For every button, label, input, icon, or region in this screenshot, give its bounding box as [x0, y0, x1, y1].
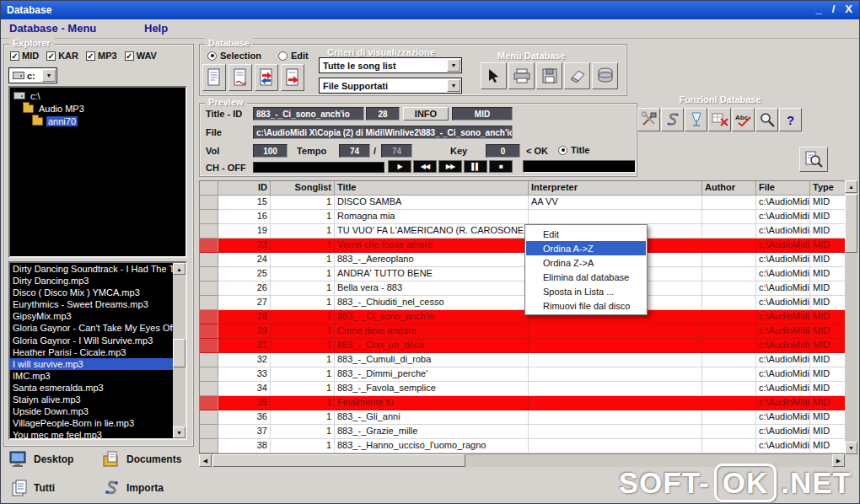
- table-row[interactable]: 311883_-_Con_un_decac:\AudioMidiMID: [200, 339, 846, 353]
- doc-action-button-2[interactable]: [228, 64, 252, 91]
- column-header-interp[interactable]: Interpreter: [529, 181, 702, 196]
- list-item[interactable]: Dirty Dancing.mp3: [10, 275, 173, 287]
- doc-action-button-1[interactable]: [202, 64, 226, 91]
- list-item[interactable]: Gloria Gaynor - Can't Take My Eyes Off O: [10, 322, 173, 334]
- list-item[interactable]: IMC.mp3: [10, 370, 173, 382]
- desktop-button[interactable]: Desktop: [8, 450, 73, 469]
- import-tool-button[interactable]: [661, 108, 684, 131]
- table-row[interactable]: 341883_-_Favola_semplicec:\AudioMidiMID: [200, 382, 846, 396]
- print-button[interactable]: [508, 62, 535, 89]
- column-header-author[interactable]: Author: [702, 181, 756, 196]
- clean-button[interactable]: [685, 108, 707, 131]
- importa-button[interactable]: Importa: [101, 479, 164, 497]
- scrollbar-thumb[interactable]: [212, 454, 465, 467]
- songlist-combo[interactable]: Tutte le song list ▼: [319, 57, 462, 73]
- list-item[interactable]: Disco ( Disco Mix ) YMCA.mp3: [10, 287, 173, 298]
- ok-button[interactable]: < OK: [526, 146, 548, 156]
- column-header-id[interactable]: ID: [218, 181, 271, 196]
- table-row[interactable]: 191TU VUO' FA L'AMERICANO (R. CAROSONEc:…: [200, 224, 846, 239]
- table-row[interactable]: 261Bella vera - 883c:\AudioMidiMID: [200, 281, 846, 296]
- table-row[interactable]: 351Finalmente tuc:\AudioMidiMID: [200, 396, 846, 410]
- filter-wav[interactable]: ✓WAV: [125, 51, 157, 61]
- list-item[interactable]: Heather Parisi - Cicale.mp3: [10, 346, 173, 358]
- column-header-songlist[interactable]: Songlist: [271, 181, 335, 196]
- table-row[interactable]: 321883_-_Cumuli_di_robac:\AudioMidiMID: [200, 353, 846, 367]
- radio-title[interactable]: Title: [558, 145, 589, 155]
- tools-button[interactable]: [637, 108, 660, 131]
- file-list-scrollbar[interactable]: ▲ ▼: [173, 263, 185, 438]
- fast-forward-button[interactable]: ▶▶: [438, 160, 462, 173]
- list-item[interactable]: Upside Down.mp3: [10, 405, 173, 417]
- list-item[interactable]: Gloria Gaynor - I Will Survive.mp3: [10, 335, 173, 346]
- checkbox-icon[interactable]: ✓: [86, 51, 95, 61]
- tree-item[interactable]: c:\: [12, 89, 185, 102]
- checkbox-icon[interactable]: ✓: [10, 51, 19, 61]
- radio-edit[interactable]: Edit: [278, 51, 309, 61]
- search-file-button[interactable]: [799, 147, 828, 172]
- context-menu-item[interactable]: Edit: [526, 227, 646, 241]
- table-vscrollbar[interactable]: ▲ ▼: [845, 180, 857, 454]
- table-row[interactable]: 241883_-_Aereoplanoc:\AudioMidiMID: [200, 253, 846, 267]
- info-button[interactable]: INFO: [403, 107, 449, 121]
- radio-selection[interactable]: Selection: [207, 51, 261, 61]
- list-item[interactable]: Dirty Dancing Soundtrack - I Had The Tim…: [10, 263, 173, 275]
- restore-button[interactable]: /: [832, 3, 836, 15]
- table-row[interactable]: 151DISCO SAMBAAA VVc:\AudioMidiMID: [200, 196, 846, 210]
- drive-select[interactable]: c: ▼: [8, 67, 57, 83]
- list-item[interactable]: I will survive.mp3: [10, 358, 173, 370]
- scrollbar-thumb[interactable]: [845, 194, 857, 253]
- pointer-tool-button[interactable]: [481, 62, 507, 89]
- list-item[interactable]: You mec me feel.mp3: [10, 429, 173, 440]
- spellcheck-button[interactable]: Abc: [732, 108, 755, 131]
- close-button[interactable]: X: [845, 3, 852, 15]
- documents-button[interactable]: Documents: [101, 450, 181, 469]
- database-button[interactable]: [592, 62, 618, 89]
- chevron-down-icon[interactable]: ▼: [447, 59, 460, 72]
- tree-item[interactable]: anni70: [12, 115, 185, 127]
- menu-database[interactable]: Database - Menu: [9, 22, 96, 35]
- scroll-down-button[interactable]: ▼: [173, 426, 185, 438]
- table-row[interactable]: 361883_-_Gli_annic:\AudioMidiMID: [200, 410, 846, 425]
- context-menu-item[interactable]: Rimuovi file dal disco: [526, 298, 646, 313]
- list-item[interactable]: Staiyn alive.mp3: [10, 394, 173, 405]
- minimize-button[interactable]: _: [815, 3, 821, 15]
- list-item[interactable]: GipsyMix.mp3: [10, 310, 173, 322]
- column-header-file[interactable]: File: [756, 181, 810, 196]
- list-item[interactable]: VillagePeople-Born in lie.mp3: [10, 417, 173, 429]
- scroll-up-button[interactable]: ▲: [845, 180, 857, 193]
- rewind-button[interactable]: ◀◀: [413, 160, 437, 173]
- filter-mp3[interactable]: ✓MP3: [86, 51, 117, 61]
- table-row[interactable]: 371883_-_Grazie_millec:\AudioMidiMID: [200, 425, 846, 439]
- tree-item[interactable]: Audio MP3: [12, 102, 185, 115]
- chevron-down-icon[interactable]: ▼: [42, 69, 56, 82]
- column-header-type[interactable]: Type: [810, 181, 846, 196]
- channel-off-bar[interactable]: [253, 162, 384, 173]
- table-row[interactable]: 271883_-_Chiuditi_nel_cessoc:\AudioMidiM…: [200, 296, 846, 310]
- search-input[interactable]: [523, 160, 636, 173]
- table-row[interactable]: 251ANDRA' TUTTO BENEc:\AudioMidiMID: [200, 267, 846, 281]
- context-menu-item[interactable]: Sposta in Lista ...: [526, 284, 646, 298]
- scrollbar-thumb[interactable]: [173, 339, 185, 367]
- play-button[interactable]: ▶: [388, 160, 411, 173]
- list-item[interactable]: Eurythmics - Sweet Dreams.mp3: [10, 298, 173, 310]
- context-menu-item[interactable]: Elimina dal database: [526, 270, 646, 284]
- pause-button[interactable]: ▌▌: [464, 160, 487, 173]
- column-header-title[interactable]: Title: [335, 181, 529, 196]
- table-row[interactable]: 331883_-_Dimmi_perche'c:\AudioMidiMID: [200, 367, 846, 382]
- list-item[interactable]: Santa esmeralda.mp3: [10, 382, 173, 394]
- filter-kar[interactable]: ✓KAR: [46, 51, 78, 61]
- checkbox-icon[interactable]: ✓: [125, 51, 134, 61]
- filetypes-combo[interactable]: File Supportati ▼: [319, 78, 462, 94]
- tutti-button[interactable]: Tutti: [10, 479, 55, 497]
- table-row[interactable]: 231Vorrei che fosse amorec:\AudioMidiMID: [200, 239, 846, 253]
- filter-mid[interactable]: ✓MID: [10, 51, 39, 61]
- scroll-up-button[interactable]: ▲: [173, 263, 185, 275]
- checkbox-icon[interactable]: ✓: [46, 51, 56, 61]
- scroll-left-button[interactable]: ◀: [199, 454, 212, 467]
- menu-help[interactable]: Help: [144, 22, 168, 35]
- doc-action-button-4[interactable]: [281, 64, 304, 91]
- chevron-down-icon[interactable]: ▼: [447, 79, 460, 92]
- delete-records-button[interactable]: [708, 108, 731, 131]
- doc-action-button-3[interactable]: [255, 64, 278, 91]
- scroll-down-button[interactable]: ▼: [845, 442, 857, 454]
